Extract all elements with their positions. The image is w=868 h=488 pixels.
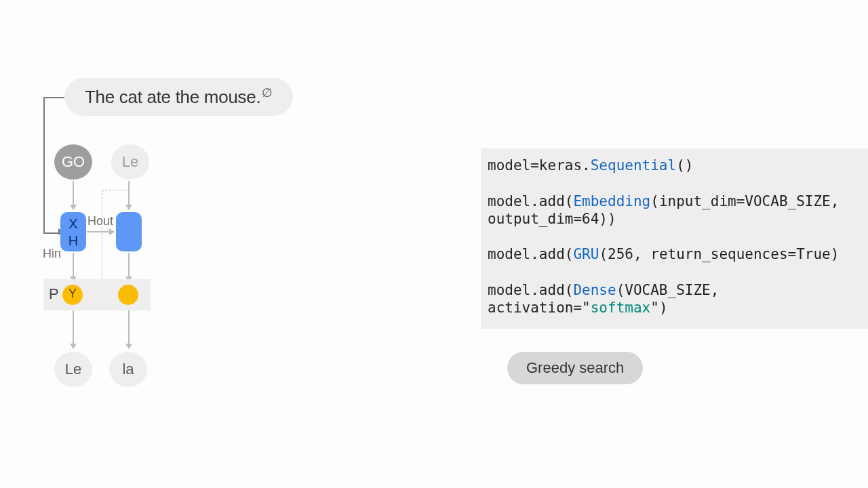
output-node-y2 (118, 285, 138, 305)
cell-x-label: X (60, 216, 86, 232)
arrow-cell1-to-y (73, 253, 74, 281)
input-sentence-pill: The cat ate the mouse. ∅ (64, 78, 293, 116)
token-go-label: GO (62, 153, 85, 171)
hin-label: Hin (43, 247, 61, 261)
rnn-cell-1: X H (60, 212, 86, 251)
input-sentence-text: The cat ate the mouse. (85, 87, 260, 108)
greedy-search-button[interactable]: Greedy search (507, 352, 643, 384)
y-label: Y (68, 287, 77, 301)
code-block: model=keras.Sequential() model.add(Embed… (481, 148, 868, 329)
arrow-y1-to-out (73, 310, 74, 348)
arrow-go-to-cell (73, 181, 74, 209)
feedback-dashed-top (102, 190, 129, 190)
eos-icon: ∅ (262, 85, 273, 100)
token-go: GO (54, 144, 92, 180)
rnn-cell-2 (116, 212, 142, 251)
p-label: P (49, 285, 59, 303)
hout-label: Hout (87, 214, 113, 228)
greedy-search-button-label: Greedy search (526, 359, 624, 377)
token-le-input: Le (111, 144, 149, 180)
output-token-le-label: Le (65, 361, 81, 378)
arrow-y2-to-out (128, 310, 130, 348)
arrow-cell2-to-y (128, 253, 130, 281)
output-token-le: Le (54, 352, 92, 387)
output-token-la: la (109, 352, 147, 387)
token-le-input-label: Le (122, 153, 138, 171)
arrow-hidden-state (87, 231, 114, 232)
output-token-la-label: la (122, 361, 134, 378)
cell-h-label: H (60, 233, 86, 249)
